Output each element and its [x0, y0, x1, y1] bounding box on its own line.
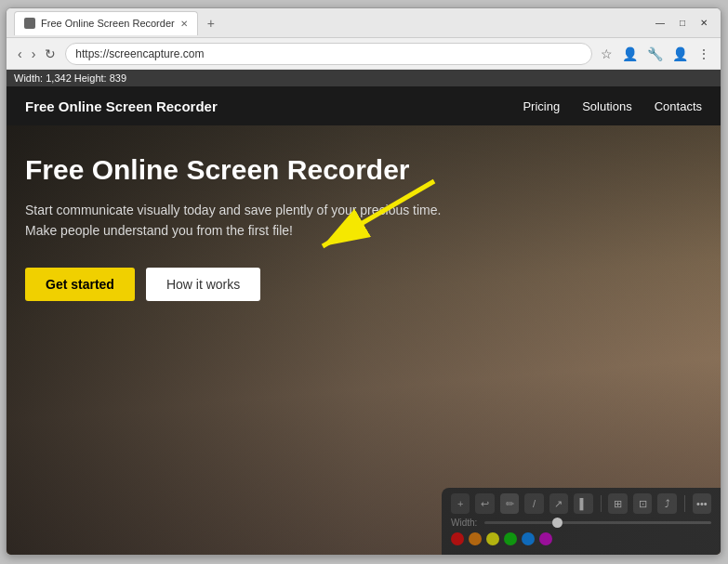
- hero-subtitle: Start communicate visually today and sav…: [25, 200, 453, 242]
- tab-close-btn[interactable]: ✕: [180, 19, 188, 29]
- active-tab[interactable]: Free Online Screen Recorder ✕: [14, 11, 198, 35]
- hero-subtitle-line1: Start communicate visually today and sav…: [25, 203, 441, 217]
- tab-area: Free Online Screen Recorder ✕ +: [14, 11, 644, 35]
- dimension-text: Width: 1,342 Height: 839: [14, 72, 126, 84]
- nav-pricing[interactable]: Pricing: [523, 99, 560, 113]
- profile-icon[interactable]: 👤: [619, 45, 641, 63]
- extension-icon[interactable]: 🔧: [644, 45, 666, 63]
- site-nav-links: Pricing Solutions Contacts: [523, 99, 702, 113]
- how-it-works-button[interactable]: How it works: [146, 268, 260, 301]
- forward-button[interactable]: ›: [28, 45, 40, 63]
- minimize-button[interactable]: —: [650, 16, 670, 30]
- hero-title: Free Online Screen Recorder: [25, 153, 453, 187]
- nav-buttons: ‹ › ↻: [14, 45, 60, 63]
- browser-window: Free Online Screen Recorder ✕ + — □ ✕ ‹ …: [6, 7, 721, 556]
- bookmark-icon[interactable]: ☆: [598, 45, 615, 63]
- nav-solutions[interactable]: Solutions: [582, 99, 631, 113]
- profile-icon-2[interactable]: 👤: [669, 45, 691, 63]
- close-button[interactable]: ✕: [695, 16, 713, 30]
- website-content: Free Online Screen Recorder Pricing Solu…: [7, 86, 721, 555]
- browser-toolbar-icons: ☆ 👤 🔧 👤 ⋮: [598, 45, 713, 63]
- site-logo: Free Online Screen Recorder: [25, 98, 218, 114]
- back-button[interactable]: ‹: [14, 45, 26, 63]
- title-bar: Free Online Screen Recorder ✕ + — □ ✕: [7, 8, 721, 38]
- new-tab-button[interactable]: +: [202, 14, 220, 33]
- tab-favicon: [24, 18, 35, 29]
- hero-content: Free Online Screen Recorder Start commun…: [7, 125, 471, 320]
- dimension-bar: Width: 1,342 Height: 839: [7, 70, 721, 86]
- address-bar: ‹ › ↻ ☆ 👤 🔧 👤 ⋮: [7, 38, 721, 70]
- site-nav: Free Online Screen Recorder Pricing Solu…: [7, 86, 721, 125]
- maximize-button[interactable]: □: [674, 16, 691, 30]
- hero-subtitle-line2: Make people understand you from the firs…: [25, 223, 293, 238]
- url-input[interactable]: [65, 43, 592, 65]
- reload-button[interactable]: ↻: [41, 45, 60, 63]
- nav-contacts[interactable]: Contacts: [655, 99, 702, 113]
- tab-title: Free Online Screen Recorder: [41, 18, 175, 29]
- window-controls: — □ ✕: [650, 16, 713, 30]
- menu-icon[interactable]: ⋮: [695, 45, 713, 63]
- get-started-button[interactable]: Get started: [25, 268, 135, 301]
- hero-section: Free Online Screen Recorder Start commun…: [7, 125, 721, 555]
- hero-buttons: Get started How it works: [25, 268, 453, 301]
